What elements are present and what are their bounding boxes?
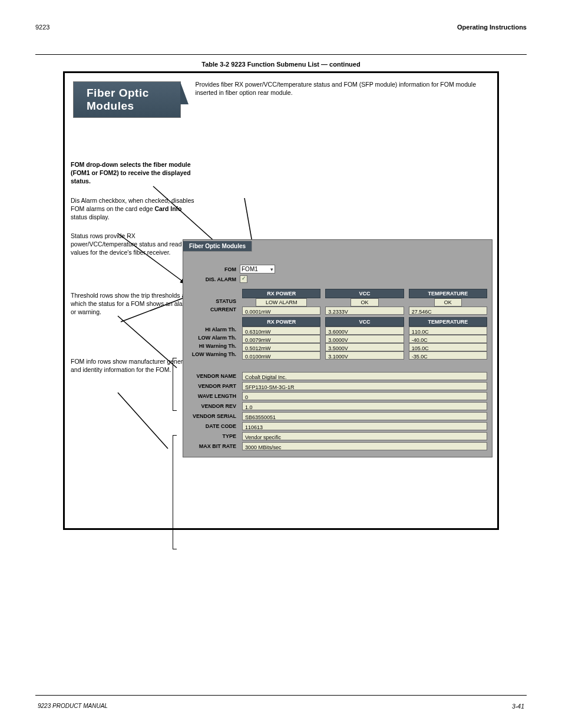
status-temp: OK <box>434 298 462 307</box>
label-max-bit-rate: MAX BIT RATE <box>186 443 240 449</box>
chevron-down-icon: ▾ <box>270 266 273 272</box>
breadcrumb: Operating Instructions <box>457 24 527 31</box>
label-vendor-part: VENDOR PART <box>186 383 240 389</box>
type: Vendor specific <box>242 432 487 440</box>
current-vcc: 3.2333V <box>325 307 404 315</box>
label-hi-alarm: HI Alarm Th. <box>186 327 240 335</box>
callout-4: Threshold rows show the trip thresholds … <box>71 292 190 315</box>
low-warn-temp: -35.0C <box>409 351 487 360</box>
callout-5: FOM info rows show manufacturer general … <box>71 358 187 373</box>
col2-temperature: TEMPERATURE <box>409 317 487 327</box>
callout-3: Status rows provide RX power/VCC/tempera… <box>71 232 182 256</box>
low-alarm-rx: 0.0079mW <box>242 335 320 343</box>
hi-alarm-temp: 110.0C <box>409 327 487 335</box>
low-alarm-vcc: 3.0000V <box>325 335 404 343</box>
col-rx-power: RX POWER <box>242 289 320 298</box>
col2-rx-power: RX POWER <box>242 317 320 327</box>
callout-1: FOM drop-down selects the fiber module (… <box>71 161 191 185</box>
label-hi-warn: HI Warning Th. <box>186 343 240 351</box>
low-warn-vcc: 3.1000V <box>325 351 404 360</box>
vendor-part: SFP1310-SM-3G-1R <box>242 382 487 390</box>
col-temperature: TEMPERATURE <box>409 289 487 298</box>
label-date-code: DATE CODE <box>186 423 240 429</box>
dis-alarm-checkbox[interactable]: ✓ <box>240 275 247 283</box>
wave-length: 0 <box>242 392 487 400</box>
col2-vcc: VCC <box>325 317 404 327</box>
page-number: 3-41 <box>512 703 524 710</box>
label-wave-length: WAVE LENGTH <box>186 393 240 399</box>
label-current: CURRENT <box>186 307 240 315</box>
label-status: STATUS <box>186 298 240 307</box>
vendor-serial: SB63550051 <box>242 412 487 420</box>
section-title-tab: Fiber Optic Modules <box>73 81 181 118</box>
table-heading: Table 3-2 9223 Function Submenu List — c… <box>35 61 527 68</box>
hi-alarm-rx: 0.6310mW <box>242 327 320 335</box>
current-rx: 0.0001mW <box>242 307 320 315</box>
max-bit-rate: 3000 MBits/sec <box>242 442 487 450</box>
label-vendor-rev: VENDOR REV <box>186 403 240 409</box>
status-rx: LOW ALARM <box>256 298 308 307</box>
footer-left: 9223 PRODUCT MANUAL <box>38 703 108 710</box>
hi-warn-rx: 0.5012mW <box>242 343 320 351</box>
hi-alarm-vcc: 3.6000V <box>325 327 404 335</box>
callouts: FOM drop-down selects the fiber module (… <box>71 121 194 384</box>
vendor-name: Cobalt Digital Inc. <box>242 372 487 380</box>
label-low-warn: LOW Warning Th. <box>186 351 240 360</box>
hi-warn-temp: 105.0C <box>409 343 487 351</box>
col-vcc: VCC <box>325 289 404 298</box>
status-vcc: OK <box>351 298 378 307</box>
current-temp: 27.546C <box>409 307 487 315</box>
fom-select[interactable]: FOM1 ▾ <box>240 265 275 274</box>
label-vendor-serial: VENDOR SERIAL <box>186 413 240 419</box>
label-dis-alarm: DIS. ALARM <box>186 276 240 282</box>
vendor-rev: 1.0 <box>242 402 487 410</box>
fom-select-value: FOM1 <box>242 266 258 272</box>
low-alarm-temp: -40.0C <box>409 335 487 343</box>
date-code: 110613 <box>242 422 487 430</box>
callout-2b: Card Info <box>154 205 181 212</box>
fom-panel: Fiber Optic Modules FOM FOM1 ▾ DIS. ALAR… <box>183 239 492 457</box>
figure-box: Fiber Optic Modules Provides fiber RX po… <box>63 71 499 530</box>
panel-tab[interactable]: Fiber Optic Modules <box>183 241 252 252</box>
svg-line-5 <box>118 393 168 449</box>
label-vendor-name: VENDOR NAME <box>186 373 240 379</box>
callout-2c: status display. <box>71 213 110 220</box>
low-warn-rx: 0.0100mW <box>242 351 320 360</box>
hi-warn-vcc: 3.5000V <box>325 343 404 351</box>
label-fom: FOM <box>186 266 240 272</box>
section-subtitle: Provides fiber RX power/VCC/temperature … <box>181 73 497 97</box>
product-code: 9223 <box>35 24 49 31</box>
label-low-alarm: LOW Alarm Th. <box>186 335 240 343</box>
label-type: TYPE <box>186 433 240 439</box>
